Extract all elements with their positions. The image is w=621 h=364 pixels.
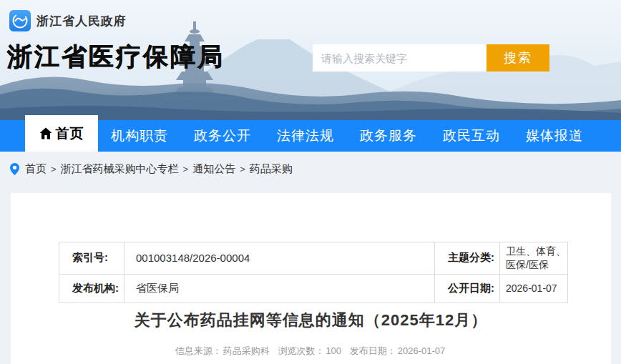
- index-number-value: 001003148/2026-00004: [124, 242, 435, 275]
- nav-tab-label: 首页: [56, 124, 84, 143]
- issuing-agency-value: 省医保局: [124, 274, 435, 302]
- publish-date-label: 公开日期:: [435, 274, 500, 302]
- main-nav: 首页 机构职责 政务公开 法律法规 政务服务 政民互动 媒体报道: [0, 120, 621, 152]
- gov-portal-link[interactable]: 浙江省人民政府: [9, 10, 127, 31]
- nav-tab-media[interactable]: 媒体报道: [513, 120, 596, 152]
- site-header: 浙江省人民政府 浙江省医疗保障局 搜索: [0, 0, 621, 120]
- zhejiang-gov-logo-icon: [9, 10, 31, 31]
- document-title: 关于公布药品挂网等信息的通知（2025年12月）: [11, 310, 611, 331]
- site-title: 浙江省医疗保障局: [7, 40, 225, 74]
- date-label: 发布日期：: [350, 345, 396, 356]
- source-label: 信息来源：: [175, 345, 222, 356]
- topic-category-value: 卫生、体育、医保/医保: [500, 242, 568, 275]
- nav-tab-home[interactable]: 首页: [25, 115, 98, 152]
- nav-tab-laws[interactable]: 法律法规: [264, 120, 347, 152]
- breadcrumb-home[interactable]: 首页: [25, 162, 47, 176]
- home-icon: [39, 127, 52, 139]
- nav-tab-duties[interactable]: 机构职责: [98, 120, 181, 152]
- source-value: 药品采购科: [223, 345, 270, 356]
- document-meta-line: 信息来源：药品采购科 浏览次数：100 发布日期：2026-01-07: [11, 345, 611, 358]
- nav-tab-interaction[interactable]: 政民互动: [430, 120, 513, 152]
- breadcrumb-separator: >: [51, 164, 57, 174]
- article-panel: 索引号: 001003148/2026-00004 主题分类: 卫生、体育、医保…: [11, 193, 611, 364]
- breadcrumb-notices[interactable]: 通知公告: [192, 162, 235, 176]
- breadcrumb: 首页 > 浙江省药械采购中心专栏 > 通知公告 > 药品采购: [0, 152, 621, 176]
- topic-category-label: 主题分类:: [435, 242, 500, 275]
- publish-date-value: 2026-01-07: [500, 274, 568, 302]
- search-button[interactable]: 搜索: [486, 44, 549, 72]
- views-value: 100: [326, 345, 341, 356]
- breadcrumb-separator: >: [240, 164, 245, 174]
- date-value: 2026-01-07: [398, 345, 446, 356]
- nav-tab-services[interactable]: 政务服务: [347, 120, 430, 152]
- breadcrumb-drug-procurement[interactable]: 药品采购: [250, 162, 293, 176]
- search-input[interactable]: [313, 44, 486, 72]
- nav-tab-gov-disclosure[interactable]: 政务公开: [181, 120, 264, 152]
- document-info-table: 索引号: 001003148/2026-00004 主题分类: 卫生、体育、医保…: [59, 242, 568, 303]
- table-row: 索引号: 001003148/2026-00004 主题分类: 卫生、体育、医保…: [59, 242, 568, 275]
- views-label: 浏览次数：: [278, 345, 324, 356]
- index-number-label: 索引号:: [59, 242, 124, 275]
- location-pin-icon: [10, 163, 19, 175]
- search-bar: 搜索: [313, 44, 549, 72]
- breadcrumb-separator: >: [183, 164, 189, 174]
- breadcrumb-procurement-center[interactable]: 浙江省药械采购中心专栏: [61, 162, 179, 176]
- gov-portal-label[interactable]: 浙江省人民政府: [36, 13, 127, 29]
- table-row: 发布机构: 省医保局 公开日期: 2026-01-07: [59, 274, 568, 302]
- issuing-agency-label: 发布机构:: [59, 274, 124, 302]
